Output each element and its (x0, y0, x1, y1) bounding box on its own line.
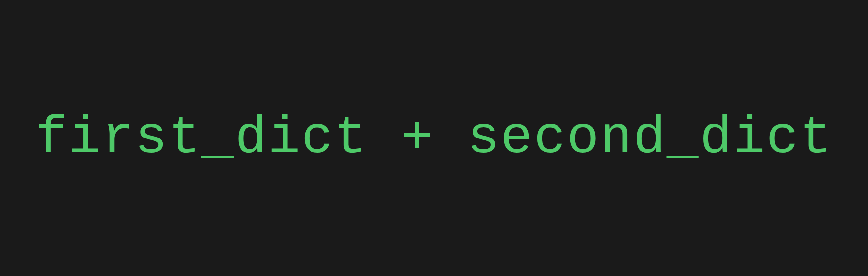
code-expression: first_dict + second_dict (35, 108, 832, 168)
